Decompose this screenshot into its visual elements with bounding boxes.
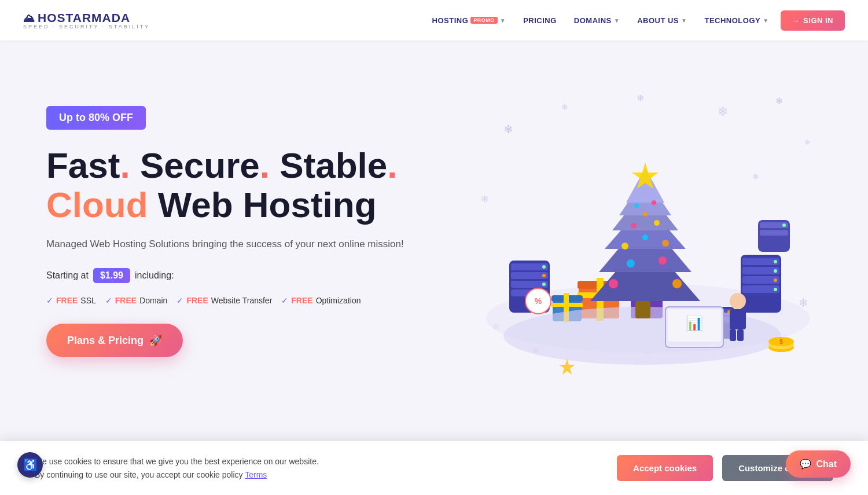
svg-point-65 <box>642 234 648 240</box>
title-cloud: Cloud <box>46 185 148 225</box>
cookie-text: We use cookies to ensure that we give yo… <box>35 455 319 481</box>
starting-at-label: Starting at <box>46 270 89 281</box>
svg-point-60 <box>672 279 682 288</box>
accept-cookies-button[interactable]: Accept cookies <box>617 455 713 481</box>
svg-point-28 <box>774 278 777 282</box>
svg-rect-77 <box>730 309 746 329</box>
free-label-ssl: FREE <box>56 296 78 305</box>
free-label-transfer: FREE <box>186 296 208 305</box>
hero-section: Up to 80% OFF Fast. Secure. Stable. Clou… <box>0 41 868 411</box>
svg-point-69 <box>634 203 639 208</box>
chat-button[interactable]: 💬 Chat <box>786 450 851 478</box>
nav-item-about[interactable]: ABOUT US ▼ <box>631 12 693 30</box>
feature-ssl-text: SSL <box>80 296 95 305</box>
svg-text:❄: ❄ <box>561 102 568 112</box>
svg-point-76 <box>730 293 746 309</box>
svg-text:$: $ <box>779 339 783 345</box>
svg-point-68 <box>643 212 648 217</box>
svg-point-63 <box>621 243 628 250</box>
features-row: ✓ FREE SSL ✓ FREE Domain ✓ FREE Website … <box>46 296 404 305</box>
feature-transfer: ✓ FREE Website Transfer <box>176 296 272 305</box>
check-icon-ssl: ✓ <box>46 296 53 305</box>
svg-point-64 <box>662 240 669 247</box>
nav-item-hosting[interactable]: HOSTING PROMO ▼ <box>426 12 512 30</box>
svg-point-27 <box>774 269 777 273</box>
domains-dropdown-arrow: ▼ <box>614 17 620 24</box>
svg-rect-32 <box>760 230 788 236</box>
svg-marker-84 <box>559 359 575 375</box>
hero-left: Up to 80% OFF Fast. Secure. Stable. Clou… <box>46 106 404 358</box>
title-secure: Secure <box>140 145 260 185</box>
svg-text:❄: ❄ <box>503 123 513 135</box>
svg-point-67 <box>654 220 660 226</box>
logo-name: HOSTARMADA <box>38 11 130 25</box>
svg-text:%: % <box>535 296 542 306</box>
price-badge: $1.99 <box>93 268 130 283</box>
feature-optimization: ✓ FREE Optimization <box>281 296 361 305</box>
svg-text:📊: 📊 <box>686 314 703 331</box>
rocket-icon: 🚀 <box>149 334 162 347</box>
svg-rect-78 <box>730 329 736 341</box>
feature-transfer-text: Website Transfer <box>211 296 273 305</box>
svg-text:❄: ❄ <box>775 96 783 106</box>
check-icon-domain: ✓ <box>105 296 112 305</box>
including-label: including: <box>135 270 174 281</box>
logo-icon: ⛰ <box>23 12 35 25</box>
cookie-terms-link[interactable]: Terms <box>245 470 267 479</box>
starting-line: Starting at $1.99 including: <box>46 268 404 283</box>
svg-text:❄: ❄ <box>804 138 810 146</box>
svg-point-17 <box>542 265 546 269</box>
feature-domain-text: Domain <box>139 296 167 305</box>
title-stable: Stable <box>279 145 387 185</box>
title-webhosting: Web Hosting <box>158 185 377 225</box>
nav-item-technology[interactable]: TECHNOLOGY ▼ <box>698 12 774 30</box>
title-fast: Fast <box>46 145 120 185</box>
nav-links: HOSTING PROMO ▼ PRICING DOMAINS ▼ ABOUT … <box>426 10 845 31</box>
about-dropdown-arrow: ▼ <box>681 17 687 24</box>
free-label-optimization: FREE <box>291 296 312 305</box>
accessibility-button[interactable]: ♿ <box>17 452 43 478</box>
svg-point-70 <box>652 200 656 205</box>
svg-rect-51 <box>635 301 650 318</box>
svg-text:❄: ❄ <box>480 193 489 205</box>
svg-point-61 <box>627 259 635 267</box>
logo-tagline: SPEED · SECURITY · STABILITY <box>23 24 150 30</box>
svg-point-18 <box>542 274 546 277</box>
hosting-dropdown-arrow: ▼ <box>500 17 506 24</box>
check-icon-transfer: ✓ <box>176 296 183 305</box>
svg-point-33 <box>782 223 786 227</box>
hero-title: Fast. Secure. Stable. Cloud Web Hosting <box>46 146 404 225</box>
chat-bubble-icon: 💬 <box>800 459 811 470</box>
nav-item-pricing[interactable]: PRICING <box>517 12 562 30</box>
svg-point-62 <box>659 256 667 265</box>
accessibility-icon: ♿ <box>23 458 38 472</box>
promo-badge: PROMO <box>470 17 498 24</box>
logo[interactable]: ⛰ HOSTARMADA SPEED · SECURITY · STABILIT… <box>23 11 150 30</box>
plans-pricing-button[interactable]: Plans & Pricing 🚀 <box>46 324 183 357</box>
svg-rect-49 <box>551 303 583 307</box>
check-icon-optimization: ✓ <box>281 296 288 305</box>
hero-illustration: ❄ ❄ ❄ ❄ ❄ ❄ ❄ ❄ ❄ ❄ ❄ <box>475 87 822 376</box>
technology-dropdown-arrow: ▼ <box>763 17 768 24</box>
svg-rect-79 <box>737 329 744 341</box>
navbar: ⛰ HOSTARMADA SPEED · SECURITY · STABILIT… <box>0 0 868 41</box>
free-label-domain: FREE <box>115 296 137 305</box>
feature-domain: ✓ FREE Domain <box>105 296 168 305</box>
svg-point-29 <box>774 288 777 291</box>
hero-subtitle: Managed Web Hosting Solutions bringing t… <box>46 236 404 252</box>
svg-point-66 <box>631 223 637 229</box>
feature-ssl: ✓ FREE SSL <box>46 296 96 305</box>
promo-tag: Up to 80% OFF <box>46 106 146 130</box>
nav-item-domains[interactable]: DOMAINS ▼ <box>568 12 626 30</box>
svg-text:❄: ❄ <box>718 104 728 119</box>
svg-point-19 <box>542 283 546 286</box>
feature-optimization-text: Optimization <box>316 296 361 305</box>
hero-svg: ❄ ❄ ❄ ❄ ❄ ❄ ❄ ❄ ❄ ❄ ❄ <box>475 87 822 376</box>
svg-text:❄: ❄ <box>637 93 644 103</box>
signin-icon: → <box>792 16 800 25</box>
svg-point-59 <box>609 279 618 288</box>
svg-text:❄: ❄ <box>752 172 759 181</box>
svg-point-26 <box>774 260 777 263</box>
signin-button[interactable]: → SIGN IN <box>781 10 845 31</box>
cookie-banner: We use cookies to ensure that we give yo… <box>0 441 868 495</box>
